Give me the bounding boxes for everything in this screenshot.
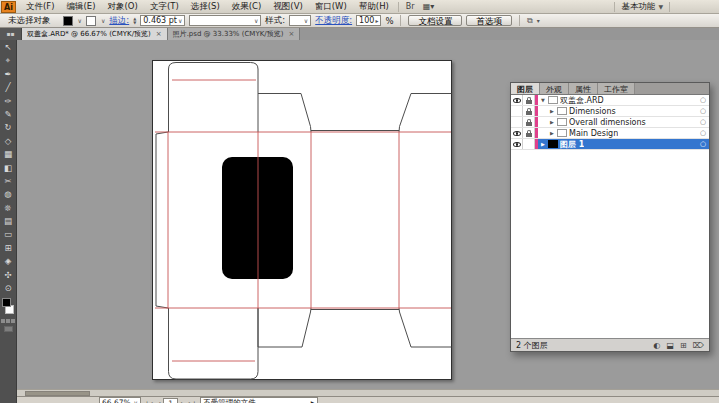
layer-row-content[interactable]: ▶Overall dimensions○	[538, 117, 709, 127]
screen-mode-button[interactable]	[4, 326, 13, 332]
layer-row-content[interactable]: ▼双盖盒.ARD○	[538, 95, 709, 105]
first-artboard-button[interactable]: |◀	[146, 400, 153, 403]
toolbar-dock-corner[interactable]: ▪▪	[0, 28, 22, 40]
fill-color-swatch[interactable]	[63, 16, 73, 26]
align-icon[interactable]: ⧉	[527, 16, 533, 26]
menu-item-2[interactable]: 编辑(E)	[61, 1, 102, 13]
eraser-tool[interactable]: ◈	[1, 255, 16, 268]
menu-item-1[interactable]: 文件(F)	[20, 1, 61, 13]
stroke-weight-stepper[interactable]: ▲▼	[133, 17, 136, 25]
layer-row-content[interactable]: ▶Dimensions○	[538, 106, 709, 116]
line-segment-tool[interactable]: ╱	[1, 81, 16, 94]
fill-swatch[interactable]	[2, 298, 11, 307]
last-artboard-button[interactable]: ▶|	[189, 400, 196, 403]
paintbrush-tool[interactable]: ✑	[1, 95, 16, 108]
status-field-dropdown[interactable]: 不受管理的文件 ▶	[200, 397, 318, 403]
visibility-toggle[interactable]	[511, 95, 523, 105]
menu-item-3[interactable]: 对象(O)	[102, 1, 144, 13]
layer-row-3[interactable]: ▶Overall dimensions○	[511, 117, 709, 128]
color-mode-buttons[interactable]	[1, 319, 15, 323]
visibility-toggle[interactable]	[511, 128, 523, 138]
lock-toggle[interactable]	[523, 106, 535, 116]
next-artboard-button[interactable]: ▶	[181, 400, 186, 403]
arrange-documents-icon[interactable]: ▦▾	[419, 2, 439, 11]
artboard[interactable]	[152, 60, 452, 380]
current-artboard-field[interactable]: 1	[163, 398, 178, 403]
document-tab-1[interactable]: 双盖盒.ARD* @ 66.67% (CMYK/预览)×	[22, 28, 168, 40]
layer-row-content[interactable]: ▶图层 1○	[538, 139, 709, 149]
menu-item-7[interactable]: 视图(V)	[267, 1, 308, 13]
stroke-weight-value[interactable]: 0.463 pt ∨	[140, 15, 185, 26]
menu-item-6[interactable]: 效果(C)	[226, 1, 268, 13]
close-icon[interactable]: ×	[156, 30, 162, 38]
lock-toggle[interactable]	[523, 128, 535, 138]
visibility-toggle[interactable]	[511, 106, 523, 116]
artboard-tool[interactable]: ▭	[1, 228, 16, 241]
lock-toggle[interactable]	[523, 95, 535, 105]
slice-tool[interactable]: ⊞	[1, 242, 16, 255]
selection-tool[interactable]: ↖	[1, 41, 16, 54]
target-circle-icon[interactable]: ○	[697, 140, 709, 148]
chevron-down-icon[interactable]: ∨	[101, 17, 105, 24]
pencil-tool[interactable]: ✎	[1, 108, 16, 121]
target-circle-icon[interactable]: ○	[697, 96, 709, 104]
scale-tool[interactable]: ◇	[1, 135, 16, 148]
delete-layer-icon[interactable]: ⌦	[693, 341, 704, 350]
style-dropdown[interactable]: ∨	[289, 15, 311, 26]
menu-item-4[interactable]: 文字(T)	[144, 1, 185, 13]
zoom-level-dropdown[interactable]: 66.67% ∨	[99, 397, 141, 403]
panel-tab-3[interactable]: 属性	[569, 83, 598, 94]
expand-triangle-icon[interactable]: ▶	[540, 141, 546, 147]
preferences-button[interactable]: 首选项	[466, 15, 512, 26]
opacity-value[interactable]: 100 ▸	[356, 15, 381, 26]
mesh-tool[interactable]: ▦	[1, 148, 16, 161]
workspace-switcher[interactable]: 基本功能 ▼	[611, 1, 673, 13]
lock-toggle[interactable]	[523, 139, 535, 149]
opacity-panel-link[interactable]: 不透明度:	[315, 15, 352, 27]
layer-row-2[interactable]: ▶Dimensions○	[511, 106, 709, 117]
expand-triangle-icon[interactable]: ▼	[540, 97, 546, 103]
symbol-sprayer-tool[interactable]: ❊	[1, 202, 16, 215]
panel-tab-4[interactable]: 工作室	[598, 83, 635, 94]
blend-tool[interactable]: ◍	[1, 188, 16, 201]
pen-tool[interactable]: ✒	[1, 68, 16, 81]
layer-row-1[interactable]: ▼双盖盒.ARD○	[511, 95, 709, 106]
menu-item-9[interactable]: 帮助(H)	[353, 1, 395, 13]
previous-artboard-button[interactable]: ◀	[156, 400, 161, 403]
expand-triangle-icon[interactable]: ▶	[549, 130, 555, 136]
chevron-down-icon[interactable]: ∨	[78, 17, 82, 24]
document-tab-2[interactable]: 照片.psd @ 33.33% (CMYK/预览)×	[168, 28, 301, 40]
zoom-tool[interactable]: ⊙	[1, 282, 16, 295]
hand-tool[interactable]: ✣	[1, 269, 16, 282]
target-circle-icon[interactable]: ○	[697, 107, 709, 115]
gradient-tool[interactable]: ◧	[1, 162, 16, 175]
horizontal-scrollbar[interactable]	[17, 389, 719, 396]
chevron-down-icon[interactable]: ▾	[537, 17, 540, 24]
expand-triangle-icon[interactable]: ▶	[549, 108, 555, 114]
menu-item-8[interactable]: 窗口(W)	[309, 1, 353, 13]
visibility-toggle[interactable]	[511, 139, 523, 149]
lock-toggle[interactable]	[523, 117, 535, 127]
make-clipping-mask-icon[interactable]: ◐	[653, 341, 660, 350]
visibility-toggle[interactable]	[511, 117, 523, 127]
layer-row-5[interactable]: ▶图层 1○	[511, 139, 709, 150]
layer-row-4[interactable]: ▶Main Design○	[511, 128, 709, 139]
panel-tab-1[interactable]: 图层	[511, 83, 540, 94]
new-sublayer-icon[interactable]: ⬓	[666, 341, 674, 350]
new-layer-icon[interactable]: ⊞	[680, 341, 687, 350]
brush-definition-dropdown[interactable]: ∨	[189, 15, 261, 26]
fill-stroke-swatches[interactable]	[1, 297, 16, 317]
target-circle-icon[interactable]: ○	[697, 129, 709, 137]
stroke-color-swatch[interactable]	[86, 16, 96, 26]
document-setup-button[interactable]: 文档设置	[408, 15, 462, 26]
panel-tab-2[interactable]: 外观	[540, 83, 569, 94]
graph-tool[interactable]: ▤	[1, 215, 16, 228]
stroke-panel-link[interactable]: 描边:	[109, 15, 129, 27]
target-circle-icon[interactable]: ○	[697, 118, 709, 126]
menu-item-5[interactable]: 选择(S)	[185, 1, 226, 13]
close-icon[interactable]: ×	[288, 30, 294, 38]
bridge-icon[interactable]: Br	[402, 2, 419, 11]
rotate-tool[interactable]: ↻	[1, 121, 16, 134]
magic-wand-tool[interactable]: ⌖	[1, 54, 16, 67]
layer-row-content[interactable]: ▶Main Design○	[538, 128, 709, 138]
